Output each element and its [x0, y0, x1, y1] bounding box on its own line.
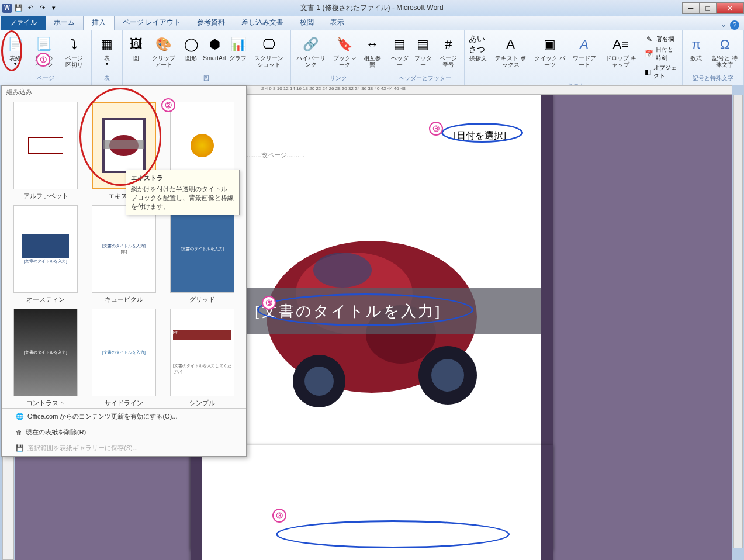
group-illustrations: 🖼図 🎨クリップ アート ◯図形 ⬢SmartArt 📊グラフ 🖵スクリーン シ…: [123, 30, 291, 85]
title-bar: W 💾 ↶ ↷ ▾ 文書 1 (修復されたファイル) - Microsoft W…: [0, 0, 744, 16]
delete-icon: 🗑: [16, 429, 22, 436]
ribbon-minimize-icon[interactable]: ⌄: [721, 20, 726, 30]
signature-button[interactable]: ✎署名欄: [642, 34, 680, 44]
vertical-scrollbar[interactable]: [733, 95, 743, 548]
gallery-header: 組み込み: [2, 86, 246, 98]
annotation-number-3c: ③: [272, 509, 286, 523]
tooltip: エキストラ 網かけを付けた半透明のタイトル ブロックを配置し、背景画像と枠線を付…: [126, 170, 240, 215]
window-title: 文書 1 (修復されたファイル) - Microsoft Word: [300, 3, 443, 13]
smartart-button[interactable]: ⬢SmartArt: [203, 34, 226, 63]
gallery-cmd-remove-cover[interactable]: 🗑現在の表紙を削除(R): [2, 424, 246, 440]
screenshot-button[interactable]: 🖵スクリーン ショット: [250, 34, 288, 69]
tab-insert[interactable]: 挿入: [83, 15, 115, 30]
group-text: あいさつ挨拶文 Aテキスト ボックス ▣クイック パーツ Aワードアート A≡ド…: [465, 30, 683, 85]
qat-customize-icon[interactable]: ▾: [49, 4, 58, 13]
annotation-number-2: ②: [161, 98, 175, 112]
cover-page-button[interactable]: 📄表紙▾: [2, 34, 28, 68]
tab-file[interactable]: ファイル: [1, 15, 46, 30]
title-placeholder[interactable]: [文書のタイトルを入力]: [237, 301, 541, 322]
shapes-button[interactable]: ◯図形: [180, 34, 202, 63]
gallery-item-sideline[interactable]: [文書のタイトルを入力] サイドライン: [87, 309, 161, 407]
greeting-button[interactable]: あいさつ挨拶文: [467, 34, 489, 63]
minimize-button[interactable]: ─: [682, 2, 700, 14]
date-placeholder[interactable]: [日付を選択]: [453, 130, 506, 142]
ribbon: 📄表紙▾ 📃空白の ページ ⤵ページ 区切り ページ ▦表▾ 表 🖼図 🎨クリッ…: [0, 30, 744, 85]
ribbon-tabs: ファイル ホーム 挿入 ページ レイアウト 参考資料 差し込み文書 校閲 表示 …: [0, 16, 744, 30]
save-gallery-icon: 💾: [16, 444, 24, 452]
footer-button[interactable]: ▤フッター: [412, 34, 434, 69]
tab-view[interactable]: 表示: [322, 15, 352, 30]
quick-access-toolbar: W 💾 ↶ ↷ ▾: [0, 4, 58, 13]
bookmark-button[interactable]: 🔖ブックマーク: [330, 34, 360, 69]
svg-point-6: [431, 359, 464, 392]
tab-references[interactable]: 参考資料: [189, 15, 233, 30]
close-button[interactable]: ✕: [716, 2, 744, 14]
tab-review[interactable]: 校閲: [292, 15, 322, 30]
clipart-button[interactable]: 🎨クリップ アート: [148, 34, 179, 69]
tooltip-body: 網かけを付けた半透明のタイトル ブロックを配置し、背景画像と枠線を付けます。: [131, 185, 234, 211]
object-button[interactable]: ◧オブジェクト: [642, 63, 680, 81]
group-tables: ▦表▾ 表: [92, 30, 123, 85]
dropcap-button[interactable]: A≡ドロップ キャップ: [601, 34, 641, 69]
title-band[interactable]: 名 [文書のタイトルを入力]: [202, 288, 541, 334]
cover-page-gallery: 組み込み アルファベット エキストラ [文章のタイトルを入力] オースティン […: [1, 85, 247, 457]
gallery-item-cubicle[interactable]: [文書のタイトルを入力][年] キュービクル: [87, 205, 161, 304]
symbol-button[interactable]: Ω記号と 特殊文字: [708, 34, 741, 69]
quickparts-button[interactable]: ▣クイック パーツ: [532, 34, 568, 69]
gallery-cmd-office-update[interactable]: 🌐Office.com からのコンテンツ更新を有効にする(O)...: [2, 409, 246, 424]
gallery-item-simple[interactable]: [年][文書のタイトルを入力してください] シンプル: [165, 309, 239, 407]
equation-button[interactable]: π数式: [685, 34, 707, 63]
svg-point-7: [313, 253, 372, 288]
maximize-button[interactable]: □: [699, 2, 717, 14]
annotation-number-3a: ③: [429, 122, 443, 136]
group-symbols: π数式 Ω記号と 特殊文字 記号と特殊文字: [683, 30, 744, 85]
tab-home[interactable]: ホーム: [46, 15, 83, 30]
gallery-cmd-save-selection: 💾選択範囲を表紙ギャラリーに保存(S)...: [2, 440, 246, 456]
picture-button[interactable]: 🖼図: [125, 34, 147, 63]
undo-icon[interactable]: ↶: [26, 4, 35, 13]
table-button[interactable]: ▦表▾: [94, 34, 120, 68]
page-break-button[interactable]: ⤵ページ 区切り: [60, 34, 89, 69]
page-1-bottom[interactable]: [文書のサブタイトルを入力] | User: [191, 445, 553, 560]
pagenum-button[interactable]: #ページ 番号: [435, 34, 462, 69]
wordart-button[interactable]: Aワードアート: [569, 34, 600, 69]
word-icon: W: [2, 4, 12, 13]
tab-page-layout[interactable]: ページ レイアウト: [115, 15, 189, 30]
svg-rect-10: [103, 140, 144, 149]
chart-button[interactable]: 📊グラフ: [227, 34, 249, 63]
annotation-number-1: ①: [36, 53, 50, 67]
svg-point-4: [304, 367, 334, 396]
group-links: 🔗ハイパーリンク 🔖ブックマーク ↔相互参照 リンク: [291, 30, 386, 85]
save-icon[interactable]: 💾: [14, 4, 23, 13]
textbox-button[interactable]: Aテキスト ボックス: [490, 34, 531, 69]
gallery-item-contrast[interactable]: [文書のタイトルを入力] コントラスト: [9, 309, 82, 407]
tab-mailings[interactable]: 差し込み文書: [233, 15, 292, 30]
hyperlink-button[interactable]: 🔗ハイパーリンク: [293, 34, 328, 69]
page-break-marker: ..........改ページ..........: [243, 151, 304, 160]
help-icon[interactable]: ?: [730, 20, 739, 30]
globe-icon: 🌐: [16, 413, 24, 420]
tooltip-title: エキストラ: [131, 174, 234, 182]
redo-icon[interactable]: ↷: [37, 4, 47, 13]
group-header-footer: ▤ヘッダー ▤フッター #ページ 番号 ヘッダーとフッター: [386, 30, 465, 85]
annotation-number-3b: ③: [262, 296, 276, 310]
datetime-button[interactable]: 📅日付と時刻: [642, 45, 680, 63]
gallery-item-alphabet[interactable]: アルファベット: [9, 102, 82, 201]
gallery-item-grid[interactable]: [文書のタイトルを入力] グリッド: [165, 205, 239, 304]
window-controls: ─ □ ✕: [683, 2, 744, 14]
crossref-button[interactable]: ↔相互参照: [361, 34, 383, 69]
gallery-item-austin[interactable]: [文章のタイトルを入力] オースティン: [9, 205, 82, 304]
header-button[interactable]: ▤ヘッダー: [389, 34, 411, 69]
